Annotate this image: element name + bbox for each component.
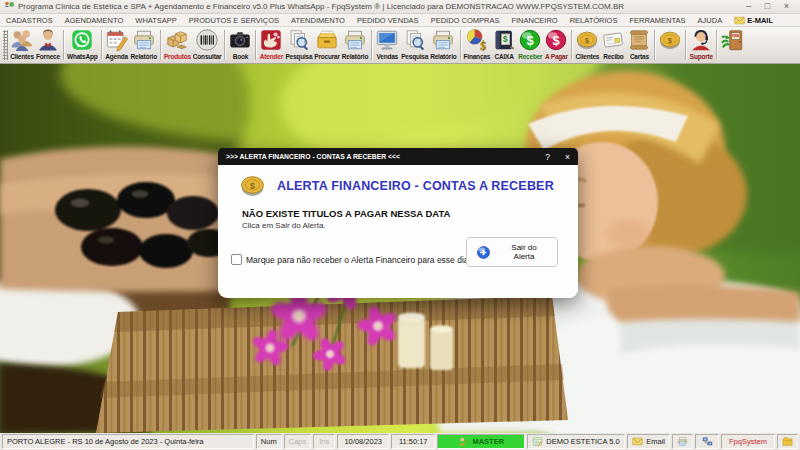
menu-email-label: E-MAIL <box>747 16 773 25</box>
menu-pedido-vendas-label: PEDIDO VENDAS <box>357 16 419 25</box>
status-email[interactable]: Email <box>627 434 670 449</box>
menu-whatsapp[interactable]: WHATSAPP <box>129 14 183 26</box>
dialog-body: $ ALERTA FINANCEIRO - CONTAS A RECEBER N… <box>218 165 578 298</box>
toolbar-button-a-pagar[interactable]: $A Pagar <box>543 27 569 63</box>
status-caps-lock-text: Caps <box>289 437 307 446</box>
dollar-red-icon: $ <box>544 28 568 52</box>
toolbar-button-agenda-relatorio[interactable]: Relatório <box>130 27 158 63</box>
toolbar-button-recibo[interactable]: Recibo <box>600 27 626 63</box>
statusbar: PORTO ALEGRE - RS 10 de Agosto de 2023 -… <box>0 433 800 450</box>
status-num-lock-text: Num <box>261 437 277 446</box>
close-button[interactable]: × <box>777 0 796 13</box>
dialog-help-button[interactable]: ? <box>545 152 550 162</box>
dialog-heading: ALERTA FINANCEIRO - CONTAS A RECEBER <box>277 179 554 193</box>
menu-ajuda-label: AJUDA <box>698 16 723 25</box>
camera-icon <box>228 28 252 52</box>
status-folder[interactable] <box>777 434 798 449</box>
users-icon <box>10 28 34 52</box>
svg-text:$: $ <box>250 181 255 191</box>
toolbar-button-produtos[interactable]: Produtos <box>163 27 192 63</box>
dialog-titlebar[interactable]: >>> ALERTA FINANCEIRO - CONTAS A RECEBER… <box>218 148 578 165</box>
exit-alert-button[interactable]: Sair do Alerta <box>466 237 558 267</box>
toolbar-button-sair[interactable]: EXIT <box>719 27 745 63</box>
toolbar-separator <box>460 30 461 60</box>
exit-door-icon: EXIT <box>720 28 744 52</box>
menu-financeiro[interactable]: FINANCEIRO <box>505 14 563 26</box>
toolbar-button-financas[interactable]: $Finanças <box>463 27 492 63</box>
toolbar-button-caixa[interactable]: $CAIXA <box>491 27 517 63</box>
toolbar-button-atendimento-pesquisa[interactable]: Pesquisa <box>284 27 313 63</box>
toolbar-button-atender[interactable]: Atender <box>258 27 284 63</box>
status-network[interactable] <box>695 434 719 449</box>
toolbar: ClientesForneceWhatsAppAgendaRelatórioPr… <box>0 27 800 64</box>
status-print[interactable] <box>672 434 693 449</box>
user-icon <box>36 28 60 52</box>
toolbar-button-vendas-pesquisa[interactable]: Pesquisa <box>400 27 429 63</box>
toolbar-label-produtos: Produtos <box>164 52 191 61</box>
toolbar-separator <box>63 30 64 60</box>
status-date: 10/08/2023 <box>337 434 389 449</box>
status-user-text: MASTER <box>472 437 504 446</box>
toolbar-button-procurar[interactable]: Procurar <box>313 27 341 63</box>
status-insert-text: Ins <box>319 437 329 446</box>
calendar-icon <box>105 28 129 52</box>
toolbar-button-suporte[interactable]: Suporte <box>688 27 714 63</box>
minimize-button[interactable]: – <box>739 0 758 13</box>
status-brand[interactable]: FpqSystem <box>721 434 775 449</box>
drawer-icon <box>315 28 339 52</box>
status-company: DEMO ESTETICA 5.0 <box>527 434 625 449</box>
note-green-icon <box>532 436 543 447</box>
status-caps-lock: Caps <box>284 434 312 449</box>
app-window: Programa Clínica de Estética e SPA + Age… <box>0 0 800 450</box>
toolbar-button-vendas[interactable]: Vendas <box>374 27 400 63</box>
menu-pedido-compras[interactable]: PEDIDO COMPRAS <box>425 14 506 26</box>
status-company-text: DEMO ESTETICA 5.0 <box>546 437 619 446</box>
toolbar-button-agenda[interactable]: Agenda <box>104 27 130 63</box>
menu-ajuda[interactable]: AJUDA <box>692 14 729 26</box>
receipt-icon <box>601 28 625 52</box>
toolbar-button-fornecedores[interactable]: Fornece <box>35 27 61 63</box>
scroll-icon <box>627 28 651 52</box>
menu-atendimento[interactable]: ATENDIMENTO <box>285 14 351 26</box>
dialog-close-button[interactable]: × <box>565 152 570 162</box>
menu-ferramentas[interactable]: FERRAMENTAS <box>623 14 691 26</box>
toolbar-button-vendas-relatorio[interactable]: Relatório <box>429 27 457 63</box>
toolbar-button-cartas[interactable]: Cartas <box>626 27 652 63</box>
toolbar-label-caixa: CAIXA <box>495 52 514 61</box>
menu-cadastros[interactable]: CADASTROS <box>0 14 59 26</box>
toolbar-label-vendas-relatorio: Relatório <box>430 52 456 61</box>
toolbar-button-clientes-financeiro[interactable]: $Clientes <box>574 27 600 63</box>
money-pie-icon: $ <box>465 28 489 52</box>
svg-text:$: $ <box>503 34 508 44</box>
toolbar-button-atendimento-relatorio[interactable]: Relatório <box>341 27 369 63</box>
toolbar-button-book[interactable]: Book <box>227 27 253 63</box>
toolbar-grip[interactable] <box>3 30 8 60</box>
maximize-button[interactable]: □ <box>758 0 777 13</box>
menu-agendamento[interactable]: AGENDAMENTO <box>59 14 130 26</box>
toolbar-separator <box>101 30 102 60</box>
status-date-text: 10/08/2023 <box>344 437 382 446</box>
printer-icon <box>132 28 156 52</box>
ledger-icon: $ <box>492 28 516 52</box>
menu-relatorios[interactable]: RELATÓRIOS <box>564 14 624 26</box>
coin-icon: $ <box>575 28 599 52</box>
toolbar-button-consultar[interactable]: Consultar <box>192 27 223 63</box>
menu-email[interactable]: E-MAIL <box>728 14 779 26</box>
menu-produtos-e-servicos[interactable]: PRODUTOS E SERVIÇOS <box>183 14 285 26</box>
toolbar-button-moedas[interactable]: $ <box>657 27 683 63</box>
toolbar-separator <box>571 30 572 60</box>
toolbar-button-clientes[interactable]: Clientes <box>9 27 35 63</box>
status-insert: Ins <box>313 434 335 449</box>
toolbar-button-receber[interactable]: $Receber <box>517 27 543 63</box>
skip-alert-checkbox[interactable] <box>231 254 242 265</box>
toolbar-button-whatsapp[interactable]: WhatsApp <box>66 27 99 63</box>
toolbar-separator <box>371 30 372 60</box>
toolbar-label-financas: Finanças <box>464 52 491 61</box>
toolbar-label-whatsapp: WhatsApp <box>67 52 98 61</box>
window-titlebar: Programa Clínica de Estética e SPA + Age… <box>0 0 800 14</box>
toolbar-label-book: Book <box>233 52 248 61</box>
toolbar-separator <box>716 30 717 60</box>
alert-dialog: >>> ALERTA FINANCEIRO - CONTAS A RECEBER… <box>218 148 578 298</box>
skip-alert-checkbox-row[interactable]: Marque para não receber o Alerta Finance… <box>231 254 469 265</box>
menu-pedido-vendas[interactable]: PEDIDO VENDAS <box>351 14 425 26</box>
